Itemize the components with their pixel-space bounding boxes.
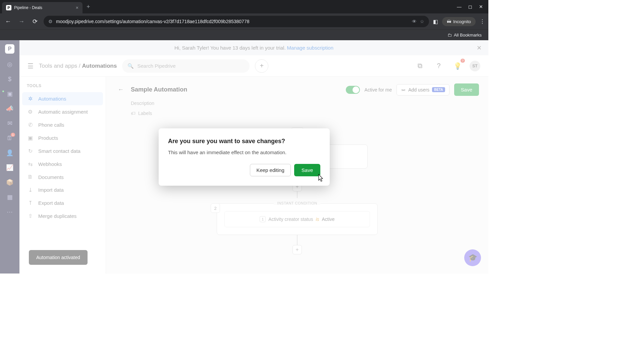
modal-title: Are you sure you want to save changes? — [168, 138, 320, 145]
eye-off-icon[interactable]: 👁 — [412, 19, 417, 24]
modal-body: This will have an immediate effect on th… — [168, 149, 320, 155]
minimize-icon[interactable]: — — [457, 4, 462, 9]
browser-tab[interactable]: P Pipeline - Deals × — [2, 2, 83, 13]
side-panel-icon[interactable]: ◧ — [433, 18, 438, 25]
bookmarks-bar: 🗀 All Bookmarks — [0, 29, 488, 40]
url-bar[interactable]: ⚙ moodjoy.pipedrive.com/settings/automat… — [44, 16, 429, 27]
modal-actions: Keep editing Save — [168, 164, 320, 176]
forward-icon[interactable]: → — [17, 18, 26, 25]
all-bookmarks-button[interactable]: 🗀 All Bookmarks — [447, 33, 482, 38]
browser-toolbar: ← → ⟳ ⚙ moodjoy.pipedrive.com/settings/a… — [0, 13, 488, 29]
modal-overlay[interactable]: Are you sure you want to save changes? T… — [0, 40, 488, 274]
reload-icon[interactable]: ⟳ — [30, 18, 40, 25]
new-tab-button[interactable]: + — [87, 3, 90, 10]
site-settings-icon[interactable]: ⚙ — [48, 19, 53, 24]
tab-close-icon[interactable]: × — [76, 5, 78, 10]
browser-tab-strip: P Pipeline - Deals × + — ◻ ✕ — [0, 0, 488, 13]
star-icon[interactable]: ☆ — [420, 19, 424, 24]
close-window-icon[interactable]: ✕ — [479, 4, 483, 9]
incognito-label: Incognito — [453, 19, 471, 24]
folder-icon: 🗀 — [447, 33, 452, 38]
confirm-save-button[interactable]: Save — [294, 164, 320, 176]
tab-favicon: P — [6, 5, 11, 10]
back-icon[interactable]: ← — [3, 18, 13, 25]
tab-title: Pipeline - Deals — [14, 5, 73, 10]
menu-icon[interactable]: ⋮ — [480, 18, 485, 25]
url-text: moodjoy.pipedrive.com/settings/automatio… — [56, 19, 409, 24]
incognito-badge[interactable]: 🕶 Incognito — [442, 17, 476, 26]
window-controls: — ◻ ✕ — [457, 4, 486, 9]
maximize-icon[interactable]: ◻ — [468, 4, 472, 9]
bookmarks-label: All Bookmarks — [454, 33, 482, 38]
keep-editing-button[interactable]: Keep editing — [250, 164, 290, 176]
confirm-save-modal: Are you sure you want to save changes? T… — [159, 128, 330, 186]
incognito-icon: 🕶 — [447, 19, 451, 24]
